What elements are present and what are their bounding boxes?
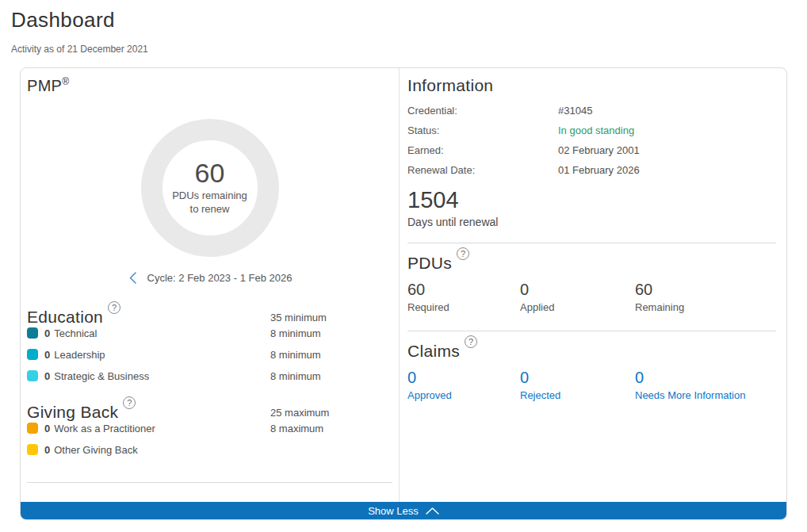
cycle-row: Cycle: 2 Feb 2023 - 1 Feb 2026	[27, 270, 392, 285]
item-requirement: 8 minimum	[270, 349, 392, 361]
status-value: In good standing	[558, 124, 776, 136]
item-value: 0	[44, 327, 50, 339]
help-icon[interactable]: ?	[108, 301, 120, 314]
chevron-left-icon[interactable]	[128, 270, 138, 285]
claims-heading-wrap: Claims ?	[407, 342, 776, 361]
item-requirement: 8 minimum	[270, 370, 392, 382]
strategic-color-chip	[27, 370, 38, 381]
item-left: 0 Other Giving Back	[27, 444, 270, 456]
information-heading: Information	[407, 76, 776, 95]
earned-value: 02 February 2001	[558, 144, 776, 156]
days-until-renewal-label: Days until renewal	[407, 216, 776, 228]
stat-value: 0	[407, 369, 520, 387]
earned-label: Earned:	[407, 144, 558, 156]
stat-label: Remaining	[635, 301, 776, 313]
claims-needs-info-link[interactable]: 0 Needs More Information	[635, 369, 776, 401]
item-value: 0	[44, 423, 50, 434]
pdus-heading-wrap: PDUs ?	[407, 254, 776, 273]
divider	[407, 243, 776, 243]
card-body: PMP® 60 PDUs remaining to renew Cycle: 2…	[21, 68, 786, 502]
education-item-leadership: 0 Leadership 8 minimum	[27, 344, 392, 366]
leadership-color-chip	[27, 349, 38, 360]
education-heading-wrap: Education ?	[27, 308, 270, 327]
education-item-strategic: 0 Strategic & Business 8 minimum	[27, 366, 392, 387]
stat-label: Approved	[407, 389, 520, 401]
item-value: 0	[44, 370, 50, 382]
stat-label: Needs More Information	[635, 389, 776, 401]
chevron-up-icon	[426, 507, 439, 515]
item-label: Strategic & Business	[54, 370, 149, 382]
stat-label: Rejected	[520, 389, 635, 401]
credential-label: Credential:	[407, 105, 558, 117]
item-left: 0 Work as a Practitioner	[27, 423, 270, 434]
item-requirement: 8 minimum	[270, 327, 392, 339]
divider	[27, 482, 392, 483]
pmp-panel: PMP® 60 PDUs remaining to renew Cycle: 2…	[21, 68, 400, 502]
days-until-renewal-value: 1504	[407, 187, 776, 213]
item-requirement: 8 maximum	[270, 423, 392, 434]
other-giving-back-color-chip	[27, 444, 38, 455]
claims-stats: 0 Approved 0 Rejected 0 Needs More Infor…	[407, 369, 776, 401]
pdus-remaining-stat: 60 Remaining	[635, 281, 776, 313]
pmp-heading-text: PMP	[27, 77, 62, 94]
registered-trademark: ®	[62, 76, 69, 87]
stat-label: Applied	[520, 301, 635, 313]
stat-value: 0	[635, 369, 776, 387]
education-requirement: 35 minimum	[270, 312, 392, 327]
claims-heading: Claims	[407, 342, 460, 361]
help-icon[interactable]: ?	[465, 335, 477, 348]
giving-back-heading-wrap: Giving Back ?	[27, 403, 270, 422]
donut-label-line1: PDUs remaining	[172, 189, 247, 203]
renewal-date-value: 01 February 2026	[558, 164, 776, 176]
show-less-button[interactable]: Show Less	[21, 502, 786, 519]
education-header: Education ? 35 minimum	[27, 297, 392, 323]
stat-label: Required	[407, 301, 520, 313]
donut-center: 60 PDUs remaining to renew	[172, 159, 247, 216]
details-panel: Information Credential: #31045 Status: I…	[400, 68, 786, 502]
page-title: Dashboard	[11, 8, 115, 33]
giving-back-item-other: 0 Other Giving Back	[27, 439, 392, 461]
item-value: 0	[44, 444, 50, 456]
item-label: Leadership	[54, 349, 105, 361]
pdus-stats: 60 Required 0 Applied 60 Remaining	[407, 281, 776, 313]
cycle-label: Cycle: 2 Feb 2023 - 1 Feb 2026	[147, 272, 293, 284]
item-left: 0 Technical	[27, 327, 270, 339]
help-icon[interactable]: ?	[123, 396, 136, 409]
stat-value: 0	[520, 281, 635, 299]
pmp-heading: PMP®	[27, 76, 392, 95]
certification-card: PMP® 60 PDUs remaining to renew Cycle: 2…	[20, 67, 787, 520]
giving-back-requirement: 25 maximum	[270, 407, 392, 422]
giving-back-header: Giving Back ? 25 maximum	[27, 392, 392, 418]
status-label: Status:	[407, 124, 558, 136]
stat-value: 60	[635, 281, 776, 299]
show-less-label: Show Less	[368, 505, 419, 517]
item-left: 0 Strategic & Business	[27, 370, 270, 382]
item-label: Work as a Practitioner	[54, 423, 155, 434]
giving-back-heading: Giving Back	[27, 403, 118, 422]
stat-value: 60	[407, 281, 520, 299]
donut-label-line2: to renew	[172, 202, 247, 216]
donut-value: 60	[172, 159, 247, 188]
stat-value: 0	[520, 369, 635, 387]
pdus-heading: PDUs	[407, 254, 452, 273]
claims-approved-link[interactable]: 0 Approved	[407, 369, 520, 401]
item-value: 0	[44, 349, 50, 361]
help-icon[interactable]: ?	[457, 247, 469, 260]
practitioner-color-chip	[27, 423, 38, 434]
pdus-required-stat: 60 Required	[407, 281, 520, 313]
item-left: 0 Leadership	[27, 349, 270, 361]
pdus-applied-stat: 0 Applied	[520, 281, 635, 313]
divider	[407, 331, 776, 331]
item-label: Technical	[54, 327, 97, 339]
activity-date-text: Activity as of 21 December 2021	[11, 44, 148, 55]
information-grid: Credential: #31045 Status: In good stand…	[407, 105, 776, 176]
technical-color-chip	[27, 327, 38, 339]
renewal-date-label: Renewal Date:	[407, 164, 558, 176]
pdu-donut-chart: 60 PDUs remaining to renew	[141, 119, 279, 257]
claims-rejected-link[interactable]: 0 Rejected	[520, 369, 635, 401]
credential-value: #31045	[558, 105, 776, 117]
education-heading: Education	[27, 308, 103, 327]
item-label: Other Giving Back	[54, 444, 138, 456]
